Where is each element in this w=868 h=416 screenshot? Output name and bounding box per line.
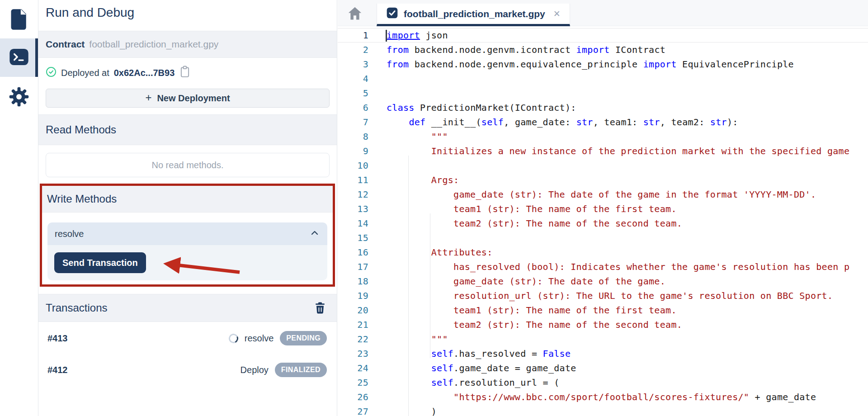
code-line[interactable]: 17 has_resolved (bool): Indicates whethe…: [338, 260, 868, 274]
method-body: Send Transaction: [47, 245, 327, 280]
contract-header: Contract football_prediction_market.gpy: [38, 31, 337, 58]
code-line[interactable]: 7 def __init__(self, game_date: str, tea…: [338, 115, 868, 129]
code-editor: football_prediction_market.gpy ✕ 1import…: [338, 0, 868, 416]
line-number: 3: [338, 59, 368, 70]
code-line[interactable]: 14 team2 (str): The name of the second t…: [338, 216, 868, 231]
code-line[interactable]: 16 Attributes:: [338, 245, 868, 260]
chevron-up-icon[interactable]: [309, 227, 320, 241]
method-card-resolve: resolve Send Transaction: [47, 222, 327, 280]
send-transaction-button[interactable]: Send Transaction: [54, 252, 146, 273]
status-badge: PENDING: [280, 331, 327, 345]
page-title: Run and Debug: [46, 5, 134, 20]
code-line[interactable]: 9 Initializes a new instance of the pred…: [338, 144, 868, 158]
sidebar-item-files[interactable]: [0, 6, 38, 34]
tab-bar: football_prediction_market.gpy ✕: [338, 0, 868, 26]
transaction-row[interactable]: #413 resolve PENDING: [38, 328, 337, 348]
line-number: 26: [338, 392, 368, 402]
code-line[interactable]: 24 self.game_date = game_date: [338, 361, 868, 375]
transaction-method: resolve: [245, 333, 274, 344]
code-line[interactable]: 19 resolution_url (str): The URL to the …: [338, 288, 868, 303]
active-indicator: [35, 38, 38, 77]
checked-file-icon: [386, 7, 398, 21]
line-number: 19: [338, 290, 368, 301]
code-line[interactable]: 10: [338, 158, 868, 173]
line-number: 4: [338, 73, 368, 84]
code-line[interactable]: 25 self.resolution_url = (: [338, 375, 868, 390]
method-name: resolve: [55, 229, 84, 239]
code-line[interactable]: 18 game_date (str): The date of the game…: [338, 274, 868, 288]
transaction-id: #413: [47, 333, 68, 344]
code-line[interactable]: 4: [338, 71, 868, 86]
transaction-method: Deploy: [241, 365, 269, 375]
code-line[interactable]: 8 """: [338, 129, 868, 144]
copy-icon[interactable]: [179, 66, 191, 80]
line-number: 17: [338, 261, 368, 272]
line-number: 8: [338, 131, 368, 142]
write-methods-section-highlighted: Write Methods resolve Send Transaction: [40, 184, 335, 287]
line-number: 1: [338, 30, 368, 41]
transaction-row[interactable]: #412 Deploy FINALIZED: [38, 360, 337, 380]
code-line[interactable]: 15: [338, 231, 868, 245]
activity-bar: [0, 0, 38, 416]
code-line[interactable]: 13 team1 (str): The name of the first te…: [338, 202, 868, 216]
indent-guide: [408, 156, 409, 416]
line-number: 7: [338, 117, 368, 128]
close-icon[interactable]: ✕: [553, 9, 561, 19]
code-line[interactable]: 1import json: [338, 28, 868, 43]
send-transaction-label: Send Transaction: [62, 258, 138, 268]
transactions-title: Transactions: [46, 302, 108, 314]
sidebar-item-settings[interactable]: [0, 86, 38, 109]
line-number: 14: [338, 218, 368, 229]
code-line[interactable]: 21 team2 (str): The name of the second t…: [338, 317, 868, 332]
write-methods-header: Write Methods: [42, 186, 333, 213]
line-number: 11: [338, 175, 368, 185]
file-icon: [9, 8, 28, 33]
home-button[interactable]: [347, 5, 363, 22]
line-number: 16: [338, 247, 368, 258]
line-number: 24: [338, 363, 368, 373]
code-line[interactable]: 12 game_date (str): The date of the game…: [338, 187, 868, 202]
gear-icon: [9, 86, 29, 109]
code-line[interactable]: 27 ): [338, 404, 868, 416]
code-line[interactable]: 26 "https://www.bbc.com/sport/football/s…: [338, 390, 868, 404]
plus-icon: +: [145, 91, 151, 104]
line-number: 9: [338, 146, 368, 156]
code-line[interactable]: 20 team1 (str): The name of the first te…: [338, 303, 868, 317]
deployed-label: Deployed at: [61, 68, 109, 78]
no-read-methods-box: No read methods.: [46, 153, 330, 177]
tab-filename: football_prediction_market.gpy: [404, 9, 545, 19]
trash-icon: [314, 302, 326, 314]
home-icon: [347, 6, 363, 21]
code-line[interactable]: 23 self.has_resolved = False: [338, 346, 868, 361]
indent-guide: [430, 213, 430, 358]
code-line[interactable]: 6class PredictionMarket(IContract):: [338, 100, 868, 115]
sidebar-item-run-debug[interactable]: [0, 38, 38, 77]
line-number: 5: [338, 88, 368, 99]
code-line[interactable]: 2from backend.node.genvm.icontract impor…: [338, 43, 868, 57]
clear-transactions-button[interactable]: [313, 301, 327, 315]
code-line[interactable]: 5: [338, 86, 868, 100]
text-cursor: [386, 30, 387, 42]
line-number: 15: [338, 232, 368, 243]
tab-football-prediction-market[interactable]: football_prediction_market.gpy ✕: [377, 4, 570, 26]
line-number: 27: [338, 406, 368, 416]
new-deployment-button[interactable]: + New Deployment: [46, 89, 330, 108]
line-number: 6: [338, 102, 368, 113]
line-number: 2: [338, 44, 368, 55]
code-line[interactable]: 22 """: [338, 332, 868, 346]
method-accordion-resolve[interactable]: resolve: [47, 222, 327, 245]
read-methods-header: Read Methods: [38, 114, 337, 145]
code-line[interactable]: 11 Args:: [338, 173, 868, 187]
pending-spinner-icon: [227, 332, 240, 345]
deployed-status: Deployed at 0x62Ac...7B93: [46, 66, 191, 80]
read-methods-title: Read Methods: [46, 123, 116, 136]
write-methods-title: Write Methods: [47, 193, 117, 205]
code-area[interactable]: 1import json2from backend.node.genvm.ico…: [338, 26, 868, 416]
status-badge: FINALIZED: [275, 363, 327, 377]
code-line[interactable]: 3from backend.node.genvm.equivalence_pri…: [338, 57, 868, 71]
contract-address: 0x62Ac...7B93: [114, 68, 175, 78]
contract-label: Contract: [46, 39, 85, 50]
line-number: 10: [338, 160, 368, 171]
line-number: 20: [338, 305, 368, 316]
line-number: 12: [338, 189, 368, 200]
